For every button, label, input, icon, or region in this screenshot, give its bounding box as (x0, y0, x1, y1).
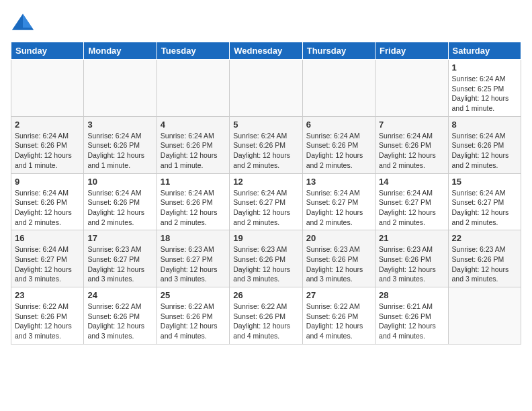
calendar-day-cell: 18Sunrise: 6:23 AM Sunset: 6:27 PM Dayli… (157, 230, 229, 287)
day-number: 23 (15, 290, 80, 300)
day-number: 11 (161, 177, 226, 187)
weekday-header-wednesday: Wednesday (230, 42, 302, 60)
calendar-day-cell: 2Sunrise: 6:24 AM Sunset: 6:26 PM Daylig… (11, 116, 84, 173)
calendar-week-row: 2Sunrise: 6:24 AM Sunset: 6:26 PM Daylig… (11, 116, 521, 173)
day-info: Sunrise: 6:24 AM Sunset: 6:26 PM Dayligh… (161, 131, 226, 171)
calendar-day-cell: 26Sunrise: 6:22 AM Sunset: 6:26 PM Dayli… (230, 287, 302, 345)
day-info: Sunrise: 6:24 AM Sunset: 6:26 PM Dayligh… (379, 131, 444, 171)
day-info: Sunrise: 6:24 AM Sunset: 6:27 PM Dayligh… (379, 188, 444, 228)
calendar-day-cell: 15Sunrise: 6:24 AM Sunset: 6:27 PM Dayli… (448, 173, 521, 230)
day-info: Sunrise: 6:24 AM Sunset: 6:26 PM Dayligh… (15, 188, 80, 228)
day-info: Sunrise: 6:23 AM Sunset: 6:27 PM Dayligh… (87, 244, 152, 284)
day-info: Sunrise: 6:22 AM Sunset: 6:26 PM Dayligh… (233, 302, 298, 341)
day-info: Sunrise: 6:22 AM Sunset: 6:26 PM Dayligh… (306, 302, 371, 341)
day-number: 20 (306, 233, 371, 243)
day-info: Sunrise: 6:24 AM Sunset: 6:26 PM Dayligh… (87, 188, 152, 228)
day-info: Sunrise: 6:24 AM Sunset: 6:27 PM Dayligh… (306, 188, 371, 228)
weekday-header-tuesday: Tuesday (157, 42, 229, 60)
day-number: 14 (379, 177, 444, 187)
calendar-day-cell (11, 60, 84, 117)
day-number: 16 (15, 233, 80, 243)
day-number: 8 (452, 120, 517, 130)
calendar-week-row: 9Sunrise: 6:24 AM Sunset: 6:26 PM Daylig… (11, 173, 521, 230)
logo (11, 11, 38, 35)
day-info: Sunrise: 6:23 AM Sunset: 6:26 PM Dayligh… (306, 244, 371, 284)
weekday-header-monday: Monday (84, 42, 157, 60)
day-number: 18 (161, 233, 226, 243)
day-number: 21 (379, 233, 444, 243)
calendar-day-cell: 20Sunrise: 6:23 AM Sunset: 6:26 PM Dayli… (302, 230, 375, 287)
day-number: 24 (87, 290, 152, 300)
weekday-header-sunday: Sunday (11, 42, 84, 60)
day-info: Sunrise: 6:22 AM Sunset: 6:26 PM Dayligh… (87, 302, 152, 341)
day-info: Sunrise: 6:21 AM Sunset: 6:26 PM Dayligh… (379, 302, 444, 341)
weekday-header-friday: Friday (375, 42, 448, 60)
day-number: 3 (87, 120, 152, 130)
calendar-day-cell (375, 60, 448, 117)
calendar-day-cell (84, 60, 157, 117)
day-number: 27 (306, 290, 371, 300)
day-number: 28 (379, 290, 444, 300)
calendar-day-cell: 28Sunrise: 6:21 AM Sunset: 6:26 PM Dayli… (375, 287, 448, 345)
day-info: Sunrise: 6:24 AM Sunset: 6:27 PM Dayligh… (15, 244, 80, 284)
calendar-day-cell: 5Sunrise: 6:24 AM Sunset: 6:26 PM Daylig… (230, 116, 302, 173)
calendar-day-cell (448, 287, 521, 345)
day-number: 5 (233, 120, 298, 130)
day-info: Sunrise: 6:24 AM Sunset: 6:26 PM Dayligh… (233, 131, 298, 171)
day-number: 22 (452, 233, 517, 243)
calendar-day-cell: 12Sunrise: 6:24 AM Sunset: 6:27 PM Dayli… (230, 173, 302, 230)
calendar-day-cell (230, 60, 302, 117)
day-number: 13 (306, 177, 371, 187)
calendar-week-row: 16Sunrise: 6:24 AM Sunset: 6:27 PM Dayli… (11, 230, 521, 287)
calendar-day-cell: 7Sunrise: 6:24 AM Sunset: 6:26 PM Daylig… (375, 116, 448, 173)
calendar-day-cell: 27Sunrise: 6:22 AM Sunset: 6:26 PM Dayli… (302, 287, 375, 345)
calendar-day-cell: 25Sunrise: 6:22 AM Sunset: 6:26 PM Dayli… (157, 287, 229, 345)
calendar-day-cell: 13Sunrise: 6:24 AM Sunset: 6:27 PM Dayli… (302, 173, 375, 230)
calendar-day-cell: 23Sunrise: 6:22 AM Sunset: 6:26 PM Dayli… (11, 287, 84, 345)
calendar-day-cell: 8Sunrise: 6:24 AM Sunset: 6:26 PM Daylig… (448, 116, 521, 173)
calendar-day-cell: 16Sunrise: 6:24 AM Sunset: 6:27 PM Dayli… (11, 230, 84, 287)
day-info: Sunrise: 6:23 AM Sunset: 6:26 PM Dayligh… (233, 244, 298, 284)
day-info: Sunrise: 6:24 AM Sunset: 6:27 PM Dayligh… (233, 188, 298, 228)
calendar-header-row: SundayMondayTuesdayWednesdayThursdayFrid… (11, 42, 521, 60)
day-number: 4 (161, 120, 226, 130)
day-info: Sunrise: 6:24 AM Sunset: 6:26 PM Dayligh… (15, 131, 80, 171)
day-info: Sunrise: 6:24 AM Sunset: 6:26 PM Dayligh… (306, 131, 371, 171)
logo-icon (11, 11, 35, 35)
day-info: Sunrise: 6:24 AM Sunset: 6:26 PM Dayligh… (87, 131, 152, 171)
calendar-day-cell: 3Sunrise: 6:24 AM Sunset: 6:26 PM Daylig… (84, 116, 157, 173)
calendar: SundayMondayTuesdayWednesdayThursdayFrid… (11, 42, 521, 345)
weekday-header-thursday: Thursday (302, 42, 375, 60)
day-number: 2 (15, 120, 80, 130)
day-number: 1 (452, 62, 517, 73)
day-info: Sunrise: 6:23 AM Sunset: 6:27 PM Dayligh… (161, 244, 226, 284)
calendar-day-cell: 14Sunrise: 6:24 AM Sunset: 6:27 PM Dayli… (375, 173, 448, 230)
calendar-day-cell: 11Sunrise: 6:24 AM Sunset: 6:26 PM Dayli… (157, 173, 229, 230)
day-info: Sunrise: 6:23 AM Sunset: 6:26 PM Dayligh… (379, 244, 444, 284)
calendar-week-row: 1Sunrise: 6:24 AM Sunset: 6:25 PM Daylig… (11, 60, 521, 117)
day-info: Sunrise: 6:23 AM Sunset: 6:26 PM Dayligh… (452, 244, 517, 284)
day-number: 25 (161, 290, 226, 300)
calendar-day-cell (157, 60, 229, 117)
calendar-day-cell: 9Sunrise: 6:24 AM Sunset: 6:26 PM Daylig… (11, 173, 84, 230)
day-number: 17 (87, 233, 152, 243)
calendar-day-cell: 6Sunrise: 6:24 AM Sunset: 6:26 PM Daylig… (302, 116, 375, 173)
calendar-day-cell: 10Sunrise: 6:24 AM Sunset: 6:26 PM Dayli… (84, 173, 157, 230)
day-info: Sunrise: 6:24 AM Sunset: 6:27 PM Dayligh… (452, 188, 517, 228)
header (11, 11, 521, 35)
calendar-day-cell: 17Sunrise: 6:23 AM Sunset: 6:27 PM Dayli… (84, 230, 157, 287)
day-info: Sunrise: 6:24 AM Sunset: 6:26 PM Dayligh… (452, 131, 517, 171)
day-info: Sunrise: 6:24 AM Sunset: 6:25 PM Dayligh… (452, 74, 517, 113)
calendar-day-cell: 19Sunrise: 6:23 AM Sunset: 6:26 PM Dayli… (230, 230, 302, 287)
day-number: 15 (452, 177, 517, 187)
day-info: Sunrise: 6:24 AM Sunset: 6:26 PM Dayligh… (161, 188, 226, 228)
day-number: 10 (87, 177, 152, 187)
calendar-day-cell: 21Sunrise: 6:23 AM Sunset: 6:26 PM Dayli… (375, 230, 448, 287)
calendar-day-cell: 1Sunrise: 6:24 AM Sunset: 6:25 PM Daylig… (448, 60, 521, 117)
calendar-day-cell (302, 60, 375, 117)
day-info: Sunrise: 6:22 AM Sunset: 6:26 PM Dayligh… (161, 302, 226, 341)
day-number: 7 (379, 120, 444, 130)
calendar-day-cell: 4Sunrise: 6:24 AM Sunset: 6:26 PM Daylig… (157, 116, 229, 173)
day-number: 19 (233, 233, 298, 243)
day-number: 9 (15, 177, 80, 187)
